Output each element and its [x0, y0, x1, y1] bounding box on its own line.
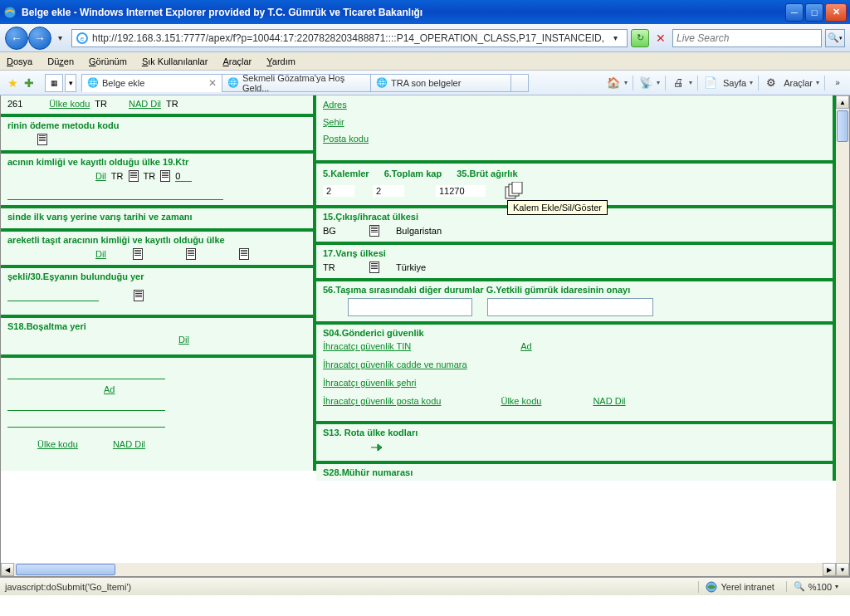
document-icon[interactable]	[186, 248, 196, 260]
kalem-ekle-sil-goster-button[interactable]	[504, 182, 524, 200]
tools-menu-dropdown[interactable]: ▾	[816, 79, 819, 86]
dil-link[interactable]: Dil	[95, 171, 106, 181]
dil-link[interactable]: Dil	[178, 335, 189, 345]
nad-dil-link[interactable]: NAD Dil	[593, 396, 625, 406]
go-refresh-button[interactable]: ↻	[631, 29, 649, 47]
search-input[interactable]	[677, 32, 818, 44]
quick-tabs-button[interactable]: ▦	[45, 74, 63, 92]
vertical-scrollbar[interactable]: ▲ ▼	[836, 95, 849, 576]
section-kalemler: 5.Kalemler 6.Toplam kap 35.Brüt ağırlık …	[316, 160, 836, 205]
underline-field[interactable]	[7, 188, 223, 200]
nad-dil-link[interactable]: NAD Dil	[129, 99, 161, 109]
document-icon[interactable]	[369, 225, 379, 237]
zone-label: Yerel intranet	[721, 582, 774, 592]
menu-gorunum[interactable]: Görünüm	[89, 56, 127, 66]
document-icon[interactable]	[369, 262, 379, 273]
underline-field[interactable]	[7, 416, 165, 428]
url-input[interactable]	[92, 32, 603, 44]
underline-field[interactable]	[7, 368, 165, 379]
scroll-thumb[interactable]	[16, 564, 115, 575]
page-menu-label[interactable]: Sayfa	[723, 78, 746, 88]
document-icon[interactable]	[134, 290, 144, 301]
new-tab-button[interactable]	[510, 74, 529, 92]
scroll-up-button[interactable]: ▲	[836, 95, 849, 109]
form-area: 261 Ülke kodu TR NAD Dil TR rinin ödeme …	[1, 95, 836, 563]
scroll-right-button[interactable]: ▶	[823, 563, 836, 576]
minimize-button[interactable]: ─	[785, 3, 804, 22]
address-bar[interactable]: e ▾	[71, 29, 628, 47]
kalemler-label: 5.Kalemler	[323, 169, 369, 178]
menu-yardim[interactable]: Yardım	[266, 56, 296, 66]
scroll-track[interactable]	[14, 563, 823, 576]
feeds-dropdown[interactable]: ▾	[657, 79, 660, 86]
document-icon[interactable]	[133, 248, 143, 260]
ihracatci-cadde-link[interactable]: İhracatçı güvenlik cadde ve numara	[323, 359, 467, 369]
document-icon[interactable]	[129, 170, 139, 182]
document-icon[interactable]	[239, 248, 249, 260]
maximize-button[interactable]: □	[805, 3, 823, 22]
scroll-left-button[interactable]: ◀	[1, 563, 14, 576]
url-dropdown[interactable]: ▾	[607, 30, 623, 46]
print-dropdown[interactable]: ▾	[689, 79, 692, 86]
ad-link[interactable]: Ad	[520, 341, 531, 351]
ulke-kodu-link[interactable]: Ülke kodu	[49, 99, 90, 109]
menu-sik-kullanilanlar[interactable]: Sık Kullanılanlar	[142, 56, 208, 66]
search-bar[interactable]	[672, 29, 822, 47]
home-icon[interactable]: 🏠	[606, 76, 621, 90]
tab-toolbar: ★ ✚ ▦ ▾ 🌐 Belge ekle ✕ 🌐 Sekmeli Gözatma…	[0, 71, 850, 95]
tools-icon[interactable]: ⚙	[764, 76, 779, 90]
dil-link[interactable]: Dil	[95, 249, 106, 259]
scroll-thumb[interactable]	[837, 110, 848, 142]
tab-sekmeli-gozatma[interactable]: 🌐 Sekmeli Gözatma'ya Hoş Geld...	[222, 74, 371, 92]
document-icon[interactable]	[37, 134, 47, 145]
section-esya-yer: şekli/30.Eşyanın bulunduğu yer	[1, 265, 316, 315]
posta-kodu-link[interactable]: Posta kodu	[323, 134, 369, 144]
tab-tra-son-belgeler[interactable]: 🌐 TRA son belgeler	[370, 74, 511, 92]
horizontal-scrollbar[interactable]: ◀ ▶	[1, 563, 836, 576]
tab-list-dropdown[interactable]: ▾	[65, 74, 76, 92]
underline-field[interactable]	[7, 290, 99, 301]
scroll-track[interactable]	[836, 109, 849, 563]
page-menu-icon[interactable]: 📄	[703, 76, 718, 90]
section-title: acının kimliği ve kayıtlı olduğu ülke 19…	[7, 157, 306, 167]
ulke-kodu-link[interactable]: Ülke kodu	[37, 439, 78, 449]
ihracatci-tin-link[interactable]: İhracatçı güvenlik TIN	[323, 341, 411, 351]
ihracatci-sehir-link[interactable]: İhracatçı güvenlik şehri	[323, 378, 417, 388]
zoom-level[interactable]: 🔍 %100 ▾	[786, 581, 845, 592]
forward-arrow-icon[interactable]	[369, 441, 383, 454]
ad-link[interactable]: Ad	[104, 384, 115, 394]
add-favorite-icon[interactable]: ✚	[22, 76, 37, 90]
menu-araclar[interactable]: Araçlar	[222, 56, 252, 66]
text-input[interactable]	[348, 298, 472, 316]
print-icon[interactable]: 🖨	[671, 76, 686, 90]
ihracatci-posta-link[interactable]: İhracatçı güvenlik posta kodu	[323, 396, 441, 406]
page-menu-dropdown[interactable]: ▾	[750, 79, 753, 86]
document-icon[interactable]	[160, 170, 170, 182]
section-rota-ulke: S13. Rota ülke kodları	[316, 421, 836, 461]
feeds-icon[interactable]: 📡	[638, 76, 653, 90]
sehir-link[interactable]: Şehir	[323, 117, 344, 127]
text-input[interactable]	[487, 298, 653, 316]
ulke-kodu-link[interactable]: Ülke kodu	[501, 396, 541, 406]
recent-pages-dropdown[interactable]: ▾	[51, 30, 68, 46]
close-tab-icon[interactable]: ✕	[208, 77, 217, 89]
stop-button[interactable]: ✕	[652, 30, 669, 46]
nad-dil-link[interactable]: NAD Dil	[113, 439, 145, 449]
forward-button[interactable]: →	[28, 27, 51, 50]
page-icon: 🌐	[376, 77, 388, 88]
menu-duzen[interactable]: Düzen	[47, 56, 74, 66]
tab-belge-ekle[interactable]: 🌐 Belge ekle ✕	[81, 74, 222, 92]
favorites-icon[interactable]: ★	[5, 76, 20, 90]
underline-field[interactable]	[7, 399, 165, 411]
tools-menu-label[interactable]: Araçlar	[784, 78, 813, 88]
close-button[interactable]: ✕	[825, 3, 847, 22]
home-dropdown[interactable]: ▾	[624, 79, 628, 86]
menu-dosya[interactable]: Dosya	[7, 56, 32, 66]
adres-link[interactable]: Adres	[323, 100, 347, 110]
extra-dropdown[interactable]: »	[830, 76, 845, 90]
zoom-dropdown[interactable]: ▾	[835, 583, 838, 590]
search-button[interactable]: 🔍▾	[825, 29, 845, 47]
section-hareketli-tasit: areketli taşıt aracının kimliği ve kayıt…	[1, 228, 316, 265]
scroll-down-button[interactable]: ▼	[836, 563, 849, 576]
back-button[interactable]: ←	[5, 27, 28, 50]
